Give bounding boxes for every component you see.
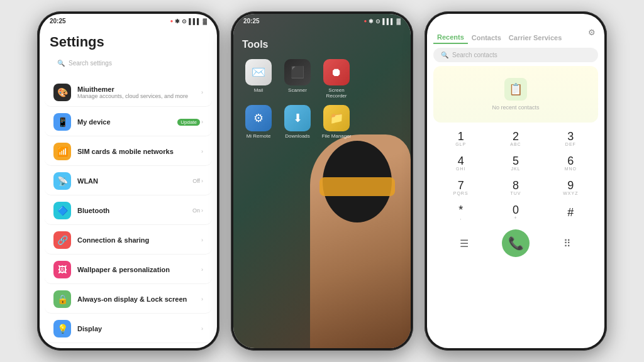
phone-dialer: RecentsContactsCarrier Services ⚙ 🔍 Sear… <box>425 11 607 351</box>
app-grid: ✉️ Mail ⬛ Scanner ⏺ Screen Recorder ⚙ Mi… <box>242 59 353 139</box>
app-icon-scanner: ⬛ <box>284 59 311 85</box>
search-icon: 🔍 <box>57 60 65 67</box>
settings-right-connection: › <box>201 237 203 243</box>
settings-icon-simcards: 📶 <box>53 143 71 160</box>
chevron-connection: › <box>201 237 203 243</box>
app-item-scanner[interactable]: ⬛ Scanner <box>281 59 314 99</box>
key-num-3: 3 <box>567 131 574 142</box>
settings-text-alwayson: Always-on display & Lock screen <box>77 295 195 303</box>
settings-item-wlan[interactable]: 📡 WLAN Off › <box>45 167 212 195</box>
settings-text-connection: Connection & sharing <box>77 236 195 244</box>
chevron-wallpaper: › <box>201 266 203 273</box>
app-item-mail[interactable]: ✉️ Mail <box>242 59 275 99</box>
folder-title: Tools <box>242 39 353 50</box>
status-icons-2: ● ✱ ⊙ ▌▌▌ ▓ <box>364 18 401 25</box>
dialer-tabs: RecentsContactsCarrier Services <box>427 14 604 48</box>
key-0[interactable]: 0 + <box>488 200 543 224</box>
chevron-mydevice: › <box>201 119 203 125</box>
key-letters-5: JKL <box>511 167 520 171</box>
time-2: 20:25 <box>243 18 260 25</box>
app-item-filemanager[interactable]: 📁 File Manager <box>320 105 353 139</box>
chevron-miuithemer: › <box>201 89 203 96</box>
search-icon-dialer: 🔍 <box>441 52 448 58</box>
settings-item-alwayson[interactable]: 🔒 Always-on display & Lock screen › <box>45 285 212 314</box>
settings-text-bluetooth: Bluetooth <box>77 207 186 214</box>
settings-item-mydevice[interactable]: 📱 My device Update › <box>45 108 212 136</box>
no-recents-label: No recent contacts <box>492 104 539 111</box>
key-num-6: 6 <box>567 155 574 167</box>
settings-label-miuithemer: Miuithemer <box>77 85 195 93</box>
settings-icon-wlan: 📡 <box>53 172 71 190</box>
chevron-display: › <box>201 326 203 332</box>
settings-right-display: › <box>201 326 203 332</box>
no-recents-icon: 📋 <box>504 78 527 101</box>
dialer-tab-carrier[interactable]: Carrier Services <box>505 32 565 43</box>
phone-home: 20:25 ● ✱ ⊙ ▌▌▌ ▓ Tools ✉️ Mail ⬛ Scanne… <box>231 11 413 351</box>
settings-item-connection[interactable]: 🔗 Connection & sharing › <box>45 226 212 255</box>
settings-icon-connection: 🔗 <box>53 231 71 249</box>
app-item-screenrecorder[interactable]: ⏺ Screen Recorder <box>320 59 353 99</box>
search-contacts-placeholder: Search contacts <box>452 52 497 58</box>
key-num-1: 1 <box>458 131 464 142</box>
gear-icon[interactable]: ⚙ <box>588 28 596 37</box>
settings-item-wallpaper[interactable]: 🖼 Wallpaper & personalization › <box>45 256 212 284</box>
home-screen: 20:25 ● ✱ ⊙ ▌▌▌ ▓ Tools ✉️ Mail ⬛ Scanne… <box>233 14 411 348</box>
phone-settings: 20:25 ● ✱ ⊙ ▌▌▌ ▓ Settings 🔍 Search sett… <box>37 11 219 351</box>
settings-item-simcards[interactable]: 📶 SIM cards & mobile networks › <box>45 138 212 166</box>
settings-label-alwayson: Always-on display & Lock screen <box>77 295 195 303</box>
chevron-bluetooth: › <box>201 207 203 214</box>
key-8[interactable]: 8 TUV <box>488 175 543 200</box>
settings-item-miuithemer[interactable]: 🎨 Miuithemer Manage accounts, cloud serv… <box>45 79 212 107</box>
status-icons-1: ● ✱ ⊙ ▌▌▌ ▓ <box>170 18 207 25</box>
settings-label-wlan: WLAN <box>77 177 186 185</box>
key-num-4: 4 <box>458 155 464 167</box>
settings-item-bluetooth[interactable]: 🔷 Bluetooth On › <box>45 197 212 225</box>
key-2[interactable]: 2 ABC <box>488 126 543 151</box>
wallpaper-figure <box>310 134 411 348</box>
settings-right-alwayson: › <box>201 296 203 302</box>
signal-icon-2: ▌▌▌ <box>382 18 394 25</box>
key-7[interactable]: 7 PQRS <box>433 175 488 200</box>
settings-icon-mydevice: 📱 <box>53 113 71 131</box>
settings-label-display: Display <box>77 325 195 332</box>
settings-item-display[interactable]: 💡 Display › <box>45 315 212 343</box>
app-item-downloads[interactable]: ⬇ Downloads <box>281 105 314 139</box>
dialer-tab-recents[interactable]: Recents <box>433 31 468 44</box>
key-3[interactable]: 3 DEF <box>543 126 598 151</box>
settings-icon-display: 💡 <box>53 320 71 337</box>
chevron-alwayson: › <box>201 296 203 302</box>
key-*[interactable]: * , <box>433 200 488 224</box>
key-letters-2: ABC <box>510 142 521 146</box>
key-#[interactable]: # <box>543 200 598 224</box>
settings-label-bluetooth: Bluetooth <box>77 207 186 214</box>
app-icon-screenrecorder: ⏺ <box>323 59 350 85</box>
dialer-screen-container: RecentsContactsCarrier Services ⚙ 🔍 Sear… <box>427 14 604 348</box>
battery-icon-2: ▓ <box>396 18 401 25</box>
app-label-scanner: Scanner <box>288 87 307 93</box>
key-6[interactable]: 6 MNO <box>543 151 598 175</box>
chevron-wlan: › <box>201 178 203 184</box>
key-4[interactable]: 4 GHI <box>433 151 488 175</box>
key-num-5: 5 <box>513 155 519 167</box>
app-item-miremote[interactable]: ⚙ Mi Remote <box>242 105 275 139</box>
key-9[interactable]: 9 WXYZ <box>543 175 598 200</box>
key-1[interactable]: 1 GLP <box>433 126 488 151</box>
key-num-2: 2 <box>513 131 519 142</box>
settings-text-simcards: SIM cards & mobile networks <box>77 148 195 155</box>
dialer-tab-contacts[interactable]: Contacts <box>468 32 505 43</box>
key-letters-1: GLP <box>455 142 466 146</box>
settings-search-bar[interactable]: 🔍 Search settings <box>48 55 208 71</box>
key-num-9: 9 <box>567 180 574 191</box>
app-label-downloads: Downloads <box>285 133 310 139</box>
settings-badge-mydevice: Update <box>177 119 200 126</box>
keypad: 1 GLP 2 ABC 3 DEF 4 GHI 5 JKL 6 MNO 7 PQ… <box>427 123 604 226</box>
contacts-search-bar[interactable]: 🔍 Search contacts <box>433 48 598 62</box>
dialpad-icon[interactable]: ⠿ <box>556 232 579 255</box>
app-label-miremote: Mi Remote <box>247 133 271 139</box>
call-button[interactable]: 📞 <box>502 229 530 257</box>
app-icon-mail: ✉️ <box>245 59 272 85</box>
app-label-mail: Mail <box>254 87 264 93</box>
key-5[interactable]: 5 JKL <box>488 151 543 175</box>
key-letters-7: PQRS <box>453 191 469 195</box>
keypad-menu-icon[interactable]: ☰ <box>453 232 475 255</box>
